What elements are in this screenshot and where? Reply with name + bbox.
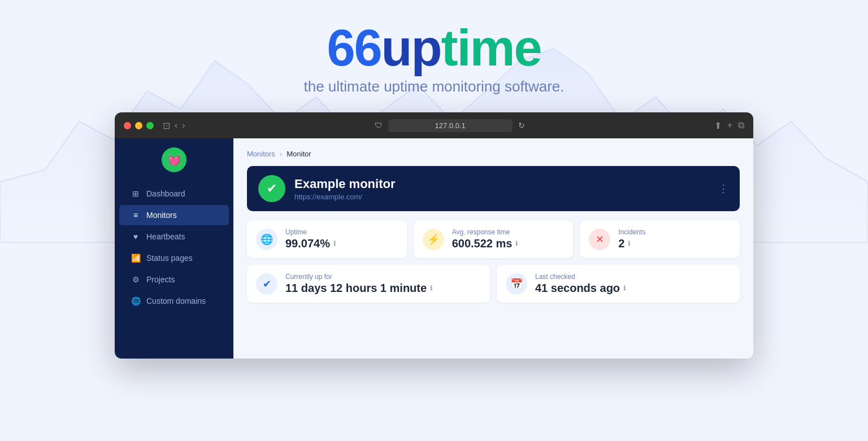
logo-66: 66 <box>327 20 381 76</box>
stat-info-response-time: Avg. response time 600.522 ms ℹ <box>452 228 518 250</box>
stat-card-response-time: ⚡ Avg. response time 600.522 ms ℹ <box>414 220 574 258</box>
reload-icon[interactable]: ↻ <box>518 121 525 130</box>
stats-grid-top: 🌐 Uptime 99.074% ℹ ⚡ <box>247 220 740 258</box>
response-time-value: 600.522 ms ℹ <box>452 237 518 250</box>
back-icon[interactable]: ‹ <box>175 120 177 131</box>
logo: 66uptime <box>0 23 868 73</box>
stat-info-last-checked: Last checked 41 seconds ago ℹ <box>535 273 626 295</box>
last-checked-calendar-icon: 📅 <box>506 273 527 295</box>
currently-up-value: 11 days 12 hours 1 minute ℹ <box>285 282 432 295</box>
monitor-more-icon[interactable]: ⋮ <box>718 182 728 195</box>
address-bar-wrap: 🛡 127.0.0.1 ↻ <box>192 119 708 132</box>
minimize-button[interactable] <box>135 122 142 129</box>
response-time-bolt-icon: ⚡ <box>423 229 444 250</box>
hero-section: 66uptime the ultimate uptime monitoring … <box>0 0 868 107</box>
sidebar-item-status-pages-label: Status pages <box>146 254 193 263</box>
incidents-value: 2 ℹ <box>618 237 645 250</box>
uptime-value: 99.074% ℹ <box>285 237 336 250</box>
incidents-info-icon[interactable]: ℹ <box>628 240 630 247</box>
currently-up-label: Currently up for <box>285 273 432 281</box>
address-bar[interactable]: 127.0.0.1 <box>388 119 513 132</box>
new-tab-icon[interactable]: + <box>727 120 732 131</box>
sidebar-item-custom-domains[interactable]: 🌐 Custom domains <box>119 291 229 311</box>
dashboard-icon: ⊞ <box>131 189 141 198</box>
sidebar-item-monitors[interactable]: ≡ Monitors <box>119 205 229 225</box>
app-logo-icon: 💓 <box>162 147 186 172</box>
status-pages-icon: 📶 <box>131 254 141 263</box>
forward-icon[interactable]: › <box>182 120 185 131</box>
main-content: Monitors › Monitor ✔ Example monitor htt… <box>233 138 753 359</box>
heartbeats-icon: ♥ <box>131 232 141 241</box>
stats-grid-bottom: ✔ Currently up for 11 days 12 hours 1 mi… <box>247 265 740 303</box>
browser-chrome: ⊡ ‹ › 🛡 127.0.0.1 ↻ ⬆ + ⧉ <box>115 112 753 138</box>
stat-card-uptime: 🌐 Uptime 99.074% ℹ <box>247 220 407 258</box>
sidebar-item-projects-label: Projects <box>146 275 175 284</box>
sidebar-item-heartbeats[interactable]: ♥ Heartbeats <box>119 226 229 247</box>
maximize-button[interactable] <box>146 122 154 129</box>
breadcrumb: Monitors › Monitor <box>247 150 740 158</box>
stat-info-uptime: Uptime 99.074% ℹ <box>285 228 336 250</box>
monitor-status-icon: ✔ <box>258 175 285 202</box>
last-checked-value: 41 seconds ago ℹ <box>535 282 626 295</box>
traffic-lights <box>124 122 154 129</box>
sidebar-logo: 💓 <box>115 147 233 172</box>
stat-card-last-checked: 📅 Last checked 41 seconds ago ℹ <box>497 265 740 303</box>
breadcrumb-separator: › <box>280 150 282 158</box>
monitor-name: Example monitor <box>294 177 709 191</box>
breadcrumb-current: Monitor <box>287 150 311 158</box>
stat-info-currently-up: Currently up for 11 days 12 hours 1 minu… <box>285 273 432 295</box>
stat-info-incidents: Incidents 2 ℹ <box>618 228 645 250</box>
response-time-label: Avg. response time <box>452 228 518 236</box>
sidebar-item-dashboard[interactable]: ⊞ Dashboard <box>119 184 229 204</box>
browser-content: 💓 ⊞ Dashboard ≡ Monitors ♥ Heartbeats 📶 … <box>115 138 753 359</box>
breadcrumb-parent[interactable]: Monitors <box>247 150 275 158</box>
response-time-info-icon[interactable]: ℹ <box>515 240 518 247</box>
sidebar-item-heartbeats-label: Heartbeats <box>146 232 185 241</box>
custom-domains-icon: 🌐 <box>131 296 141 305</box>
last-checked-info-icon[interactable]: ℹ <box>623 285 626 292</box>
uptime-label: Uptime <box>285 228 336 236</box>
incidents-label: Incidents <box>618 228 645 236</box>
browser-window: ⊡ ‹ › 🛡 127.0.0.1 ↻ ⬆ + ⧉ 💓 ⊞ Dashboard <box>115 112 753 359</box>
incidents-error-icon: ✕ <box>589 229 610 250</box>
currently-up-info-icon[interactable]: ℹ <box>430 285 432 292</box>
logo-up: up <box>381 20 441 76</box>
projects-icon: ⚙ <box>131 275 141 284</box>
last-checked-label: Last checked <box>535 273 626 281</box>
tabs-icon[interactable]: ⧉ <box>738 120 744 131</box>
tagline: the ultimate uptime monitoring software. <box>0 78 868 95</box>
uptime-globe-icon: 🌐 <box>256 229 277 250</box>
monitor-url[interactable]: https://example.com/ <box>294 193 709 201</box>
stat-card-currently-up: ✔ Currently up for 11 days 12 hours 1 mi… <box>247 265 490 303</box>
sidebar-item-dashboard-label: Dashboard <box>146 189 185 198</box>
sidebar-item-monitors-label: Monitors <box>146 211 177 220</box>
sidebar: 💓 ⊞ Dashboard ≡ Monitors ♥ Heartbeats 📶 … <box>115 138 233 359</box>
monitors-icon: ≡ <box>131 211 141 220</box>
uptime-info-icon[interactable]: ℹ <box>333 240 336 247</box>
browser-actions: ⬆ + ⧉ <box>714 120 744 131</box>
sidebar-item-status-pages[interactable]: 📶 Status pages <box>119 248 229 268</box>
browser-nav-controls: ⊡ ‹ › <box>163 120 185 131</box>
monitor-header-card: ✔ Example monitor https://example.com/ ⋮ <box>247 166 740 211</box>
sidebar-item-custom-domains-label: Custom domains <box>146 296 206 305</box>
stat-card-incidents: ✕ Incidents 2 ℹ <box>580 220 740 258</box>
monitor-info: Example monitor https://example.com/ <box>294 177 709 201</box>
close-button[interactable] <box>124 122 131 129</box>
currently-up-check-icon: ✔ <box>256 273 277 295</box>
logo-time: time <box>441 20 541 76</box>
sidebar-item-projects[interactable]: ⚙ Projects <box>119 269 229 290</box>
sidebar-toggle-icon[interactable]: ⊡ <box>163 120 170 131</box>
share-icon[interactable]: ⬆ <box>714 120 722 131</box>
security-icon: 🛡 <box>375 121 383 130</box>
